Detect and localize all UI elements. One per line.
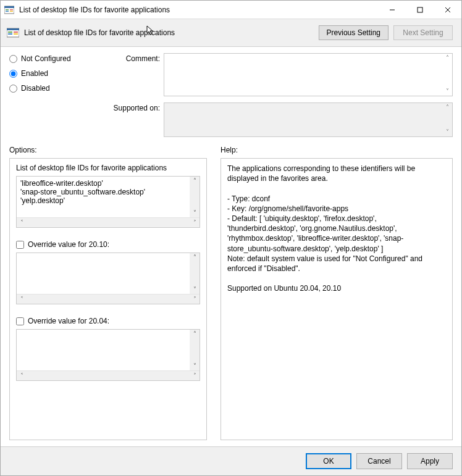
state-radio-group: Not Configured Enabled Disabled: [9, 53, 96, 137]
top-block: Not Configured Enabled Disabled Comment:…: [9, 53, 453, 137]
radio-not-configured-label: Not Configured: [21, 54, 71, 63]
svg-rect-12: [8, 31, 12, 33]
options-label: Options:: [9, 146, 207, 154]
override-2010-vscroll[interactable]: ˄˅: [190, 253, 200, 294]
list-field-textarea[interactable]: [17, 177, 190, 217]
comment-scroll[interactable]: ˄˅: [442, 54, 452, 96]
override-2010-hscroll[interactable]: ˂˃: [17, 294, 200, 304]
list-field-group: List of desktop file IDs for favorite ap…: [16, 164, 200, 228]
comment-box: ˄˅: [164, 53, 453, 96]
override-2004-checkbox[interactable]: [16, 317, 24, 325]
options-panel: List of desktop file IDs for favorite ap…: [9, 158, 207, 440]
header-title: List of desktop file IDs for favorite ap…: [24, 28, 314, 37]
radio-disabled[interactable]: Disabled: [9, 84, 96, 93]
radio-enabled[interactable]: Enabled: [9, 69, 96, 78]
help-panel: The applications corresponding to these …: [220, 158, 453, 440]
window-title: List of desktop file IDs for favorite ap…: [18, 6, 378, 14]
dialog-body: Not Configured Enabled Disabled Comment:…: [1, 47, 461, 446]
comment-block: Comment: ˄˅ Supported on: ˄˅: [107, 53, 453, 137]
supported-label: Supported on:: [107, 102, 160, 112]
minimize-button[interactable]: [378, 1, 406, 19]
override-2004-textarea[interactable]: [17, 330, 190, 370]
svg-rect-3: [6, 10, 9, 12]
override-2010-group: Override value for 20.10: ˄˅ ˂˃: [16, 240, 200, 304]
override-2010-label: Override value for 20.10:: [28, 240, 109, 249]
radio-not-configured[interactable]: Not Configured: [9, 54, 96, 63]
help-text: The applications corresponding to these …: [227, 164, 446, 293]
svg-rect-15: [14, 33, 18, 35]
policy-icon: [7, 27, 19, 38]
list-field-label: List of desktop file IDs for favorite ap…: [16, 164, 200, 172]
radio-enabled-label: Enabled: [21, 69, 48, 78]
options-column: Options: List of desktop file IDs for fa…: [9, 146, 207, 440]
svg-rect-4: [10, 9, 13, 10]
apply-button[interactable]: Apply: [407, 453, 453, 469]
override-2010-checkbox[interactable]: [16, 241, 24, 249]
header-panel: List of desktop file IDs for favorite ap…: [1, 19, 461, 47]
radio-not-configured-input[interactable]: [9, 55, 17, 63]
previous-setting-button[interactable]: Previous Setting: [319, 25, 388, 40]
titlebar: List of desktop file IDs for favorite ap…: [1, 1, 461, 19]
svg-rect-2: [6, 9, 9, 10]
dialog-footer: OK Cancel Apply: [1, 446, 461, 475]
help-label: Help:: [220, 146, 453, 154]
radio-disabled-input[interactable]: [9, 85, 17, 93]
list-field-vscroll[interactable]: ˄˅: [190, 177, 200, 217]
override-2004-hscroll[interactable]: ˂˃: [17, 370, 200, 380]
app-icon: [4, 5, 14, 15]
supported-row: Supported on: ˄˅: [107, 102, 453, 137]
radio-disabled-label: Disabled: [21, 84, 50, 93]
override-2004-group: Override value for 20.04: ˄˅ ˂˃: [16, 317, 200, 381]
help-column: Help: The applications corresponding to …: [220, 146, 453, 440]
list-field-edit: ˄˅ ˂˃: [16, 176, 200, 228]
svg-rect-14: [14, 31, 18, 33]
override-2010-check[interactable]: Override value for 20.10:: [16, 240, 200, 249]
next-setting-button: Next Setting: [393, 25, 453, 40]
override-2004-label: Override value for 20.04:: [28, 317, 109, 325]
svg-rect-11: [7, 28, 19, 30]
supported-textarea: [164, 103, 442, 136]
radio-enabled-input[interactable]: [9, 70, 17, 78]
override-2004-vscroll[interactable]: ˄˅: [190, 330, 200, 370]
override-2004-check[interactable]: Override value for 20.04:: [16, 317, 200, 325]
supported-scroll[interactable]: ˄˅: [442, 103, 452, 136]
svg-rect-7: [418, 7, 422, 12]
comment-textarea[interactable]: [164, 54, 442, 96]
ok-button[interactable]: OK: [306, 453, 351, 469]
maximize-button[interactable]: [406, 1, 434, 19]
cancel-button[interactable]: Cancel: [356, 453, 402, 469]
list-field-hscroll[interactable]: ˂˃: [17, 217, 200, 227]
override-2004-edit: ˄˅ ˂˃: [16, 329, 200, 381]
close-button[interactable]: [434, 1, 461, 19]
svg-rect-13: [8, 33, 12, 35]
svg-rect-1: [4, 6, 14, 8]
dialog-window: List of desktop file IDs for favorite ap…: [0, 0, 462, 476]
comment-row: Comment: ˄˅: [107, 53, 453, 96]
svg-rect-5: [10, 10, 13, 12]
comment-label: Comment:: [107, 53, 160, 63]
override-2010-textarea[interactable]: [17, 253, 190, 294]
columns: Options: List of desktop file IDs for fa…: [9, 146, 453, 440]
override-2010-edit: ˄˅ ˂˃: [16, 253, 200, 304]
supported-box: ˄˅: [164, 102, 453, 137]
